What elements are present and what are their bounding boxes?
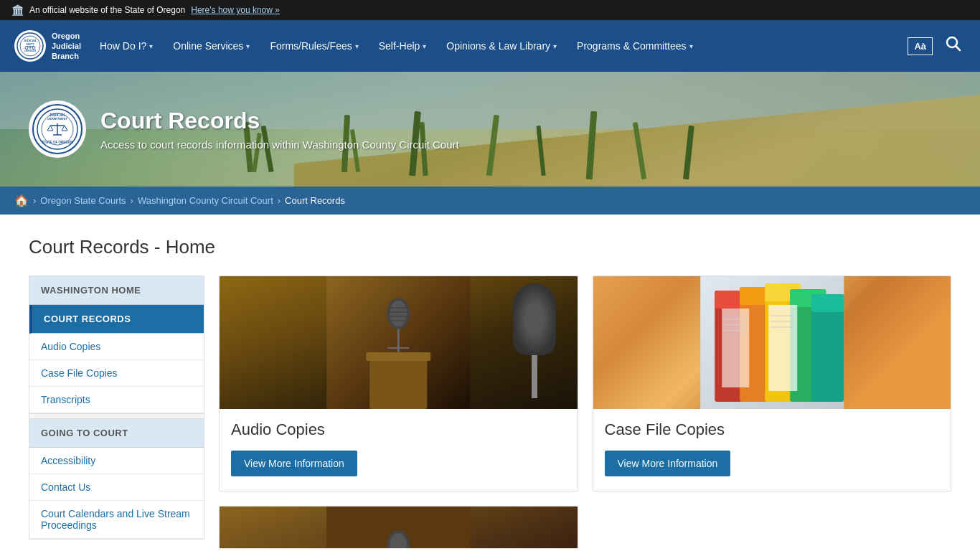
audio-copies-image bbox=[220, 276, 578, 409]
sidebar-item-case-file-copies[interactable]: Case File Copies bbox=[29, 360, 204, 387]
site-logo[interactable]: JUDICIAL DEPT OREGON Oregon Judicial Bra… bbox=[6, 30, 90, 62]
svg-rect-41 bbox=[811, 294, 844, 312]
nav-right: Aà bbox=[908, 32, 974, 60]
nav-how-do-i[interactable]: How Do I? ▾ bbox=[90, 20, 163, 72]
svg-rect-22 bbox=[366, 352, 430, 361]
hero-seal: JUDICIAL DEPARTMENT STATE OF OREGON bbox=[29, 100, 86, 158]
chevron-down-icon: ▾ bbox=[553, 42, 557, 50]
chevron-down-icon: ▾ bbox=[149, 42, 153, 50]
card-partial bbox=[219, 506, 578, 549]
nav-online-services[interactable]: Online Services ▾ bbox=[163, 20, 260, 72]
main-navbar: JUDICIAL DEPT OREGON Oregon Judicial Bra… bbox=[0, 20, 980, 72]
card-case-file-copies-body: Case File Copies View More Information bbox=[593, 409, 951, 491]
search-button[interactable] bbox=[938, 32, 969, 60]
breadcrumb: 🏠 › Oregon State Courts › Washington Cou… bbox=[0, 187, 980, 215]
nav-programs-committees[interactable]: Programs & Committees ▾ bbox=[567, 20, 702, 72]
sidebar-section-court-records[interactable]: COURT RECORDS bbox=[29, 305, 204, 334]
translate-button[interactable]: Aà bbox=[908, 37, 933, 55]
sidebar-item-transcripts[interactable]: Transcripts bbox=[29, 387, 204, 413]
card-case-file-copies: Case File Copies View More Information bbox=[593, 276, 952, 491]
nav-opinions-law-library[interactable]: Opinions & Law Library ▾ bbox=[436, 20, 567, 72]
breadcrumb-current: Court Records bbox=[285, 195, 345, 206]
svg-rect-21 bbox=[369, 355, 427, 409]
card-audio-copies-body: Audio Copies View More Information bbox=[220, 409, 578, 491]
sidebar-item-court-calendars[interactable]: Court Calendars and Live Stream Proceedi… bbox=[29, 501, 204, 539]
sidebar-section-going-to-court: GOING TO COURT bbox=[29, 419, 204, 448]
case-file-copies-image bbox=[593, 276, 951, 409]
sidebar: WASHINGTON HOME COURT RECORDS Audio Copi… bbox=[29, 276, 204, 540]
svg-text:DEPT: DEPT bbox=[27, 42, 34, 46]
svg-text:STATE OF OREGON: STATE OF OREGON bbox=[42, 141, 73, 144]
nav-items: How Do I? ▾ Online Services ▾ Forms/Rule… bbox=[90, 20, 908, 72]
breadcrumb-washington-county[interactable]: Washington County Circuit Court bbox=[138, 195, 273, 206]
nav-forms-rules-fees[interactable]: Forms/Rules/Fees ▾ bbox=[260, 20, 368, 72]
sidebar-item-audio-copies[interactable]: Audio Copies bbox=[29, 334, 204, 360]
hero-text: Court Records Access to court records in… bbox=[100, 108, 459, 151]
case-file-copies-view-more-button[interactable]: View More Information bbox=[605, 451, 731, 476]
svg-rect-43 bbox=[722, 309, 749, 387]
chevron-down-icon: ▾ bbox=[689, 42, 693, 50]
svg-rect-42 bbox=[768, 305, 797, 391]
content-layout: WASHINGTON HOME COURT RECORDS Audio Copi… bbox=[29, 276, 951, 549]
sidebar-item-contact-us[interactable]: Contact Us bbox=[29, 474, 204, 501]
how-to-know-link[interactable]: Here's how you know » bbox=[191, 5, 280, 15]
svg-text:OREGON: OREGON bbox=[24, 50, 36, 52]
chevron-down-icon: ▾ bbox=[246, 42, 250, 50]
card-audio-copies: Audio Copies View More Information bbox=[219, 276, 578, 491]
home-icon[interactable]: 🏠 bbox=[14, 194, 29, 207]
hero-title: Court Records bbox=[100, 108, 459, 134]
main-content: Court Records - Home WASHINGTON HOME COU… bbox=[0, 215, 980, 551]
card-case-file-copies-title: Case File Copies bbox=[605, 420, 940, 439]
sidebar-item-accessibility[interactable]: Accessibility bbox=[29, 448, 204, 474]
svg-point-26 bbox=[390, 301, 407, 326]
nav-self-help[interactable]: Self-Help ▾ bbox=[369, 20, 437, 72]
hero-subtitle: Access to court records information with… bbox=[100, 138, 459, 151]
breadcrumb-oregon-courts[interactable]: Oregon State Courts bbox=[40, 195, 126, 206]
chevron-down-icon: ▾ bbox=[423, 42, 426, 50]
logo-text: Oregon Judicial Branch bbox=[52, 31, 81, 62]
official-text: An official website of the State of Oreg… bbox=[29, 5, 185, 15]
svg-line-10 bbox=[956, 47, 961, 51]
cards-area: Audio Copies View More Information bbox=[219, 276, 951, 549]
judicial-seal: JUDICIAL DEPT OREGON bbox=[14, 30, 46, 62]
state-flag-icon: 🏛️ bbox=[11, 4, 24, 16]
card-audio-copies-title: Audio Copies bbox=[231, 420, 566, 439]
hero-section: JUDICIAL DEPARTMENT STATE OF OREGON Cour… bbox=[0, 72, 980, 187]
top-bar: 🏛️ An official website of the State of O… bbox=[0, 0, 980, 20]
sidebar-section-washington-home: WASHINGTON HOME bbox=[29, 276, 204, 305]
page-title: Court Records - Home bbox=[29, 236, 951, 258]
svg-text:DEPARTMENT: DEPARTMENT bbox=[47, 117, 67, 121]
audio-copies-view-more-button[interactable]: View More Information bbox=[231, 451, 357, 476]
chevron-down-icon: ▾ bbox=[355, 42, 359, 50]
